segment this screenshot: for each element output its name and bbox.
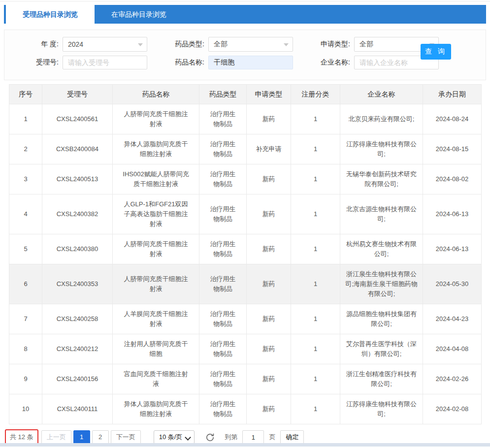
table-row[interactable]: 8CXSL2400212注射用人脐带间充质干细胞治疗用生物制品新药1艾尔普再生医… [9, 334, 482, 364]
table-cell: 1 [291, 264, 340, 304]
table-cell: CXSL2400212 [42, 334, 113, 364]
goto-page-input[interactable] [242, 430, 264, 444]
table-cell: 新药 [247, 104, 291, 134]
table-cell: 6 [9, 264, 42, 304]
table-cell: 治疗用生物制品 [199, 304, 247, 334]
drug-name-input[interactable] [208, 56, 293, 69]
field-year: 年 度: 2024 [26, 37, 150, 52]
drug-type-select[interactable]: 全部 [208, 37, 293, 52]
table-row[interactable]: 4CXSL2400382人GLP-1和FGF21双因子高表达脂肪干细胞注射液治疗… [9, 194, 482, 234]
table-cell: 新药 [247, 304, 291, 334]
table-row[interactable]: 3CXSL2400513IHS002赋能人脐带间充质干细胞注射液治疗用生物制品新… [9, 164, 482, 194]
field-drug-type: 药品类型: 全部 [172, 37, 296, 52]
table-cell: 治疗用生物制品 [199, 104, 247, 134]
table-cell: 4 [9, 194, 42, 234]
table-cell: 艾尔普再生医学科技（深圳）有限公司; [340, 334, 423, 364]
results-table: 序号受理号药品名称药品类型申请类型注册分类企业名称承办日期 1CXSL24005… [9, 84, 482, 424]
page-button-2[interactable]: 2 [92, 430, 109, 444]
page-size-select[interactable]: 10 条/页 [154, 430, 195, 444]
table-cell: 江苏得康生物科技有限公司; [340, 134, 423, 164]
table-cell: 2024-08-02 [423, 164, 482, 194]
table-cell: 2024-02-26 [423, 364, 482, 394]
table-cell: CXSL2400382 [42, 194, 113, 234]
page-button-1[interactable]: 1 [73, 430, 90, 444]
refresh-icon [205, 433, 215, 442]
table-cell: 北京吉源生物科技有限公司; [340, 194, 423, 234]
table-row[interactable]: 5CXSL2400380人脐带间充质干细胞注射液治疗用生物制品新药1杭州易文赛生… [9, 234, 482, 264]
table-cell: 治疗用生物制品 [199, 264, 247, 304]
table-row[interactable]: 10CXSL2400111异体人源脂肪间充质干细胞注射液治疗用生物制品新药1江苏… [9, 394, 482, 424]
table-cell: 人脐带间充质干细胞注射液 [113, 234, 199, 264]
tab-under-review-catalog[interactable]: 在审品种目录浏览 [95, 5, 183, 24]
table-cell: 治疗用生物制品 [199, 134, 247, 164]
prev-page-button[interactable]: 上一页 [41, 430, 71, 444]
table-cell: 1 [291, 394, 340, 424]
column-header: 序号 [9, 85, 42, 104]
table-cell: 1 [291, 304, 340, 334]
table-cell: 治疗用生物制品 [199, 164, 247, 194]
acceptance-no-input[interactable] [63, 56, 147, 69]
chevron-down-icon [138, 43, 143, 46]
table-cell: CXSL2400258 [42, 304, 113, 334]
table-cell: 1 [291, 364, 340, 394]
table-cell: 无锡华泰创新药技术研究院有限公司; [340, 164, 423, 194]
table-cell: 治疗用生物制品 [199, 364, 247, 394]
table-cell: 新药 [247, 234, 291, 264]
table-cell: 1 [291, 194, 340, 234]
table-cell: 2 [9, 134, 42, 164]
table-cell: 新药 [247, 264, 291, 304]
results-table-container: 序号受理号药品名称药品类型申请类型注册分类企业名称承办日期 1CXSL24005… [9, 84, 481, 424]
table-cell: CXSB2400084 [42, 134, 113, 164]
year-label: 年 度: [26, 40, 59, 49]
table-cell: 浙江泉生生物科技有限公司;海南新生泉干细胞药物有限公司; [340, 264, 423, 304]
table-cell: 2024-04-23 [423, 304, 482, 334]
company-name-label: 企业名称: [318, 58, 350, 67]
form-row-1: 年 度: 2024 药品类型: 全部 申请类型: 全部 [4, 37, 486, 52]
column-header: 申请类型 [247, 85, 291, 104]
confirm-button[interactable]: 确定 [280, 430, 304, 444]
table-cell: CXSL2400156 [42, 364, 113, 394]
table-cell: 3 [9, 164, 42, 194]
search-button[interactable]: 查 询 [421, 44, 451, 60]
table-cell: 7 [9, 304, 42, 334]
table-cell: 1 [291, 164, 340, 194]
table-row[interactable]: 6CXSL2400353人脐带间充质干细胞注射液治疗用生物制品新药1浙江泉生生物… [9, 264, 482, 304]
table-row[interactable]: 1CXSL2400561人脐带间充质干细胞注射液治疗用生物制品新药1北京贝来药业… [9, 104, 482, 134]
tab-accepted-catalog[interactable]: 受理品种目录浏览 [6, 5, 95, 24]
page-unit-label: 页 [269, 433, 275, 442]
column-header: 药品类型 [199, 85, 247, 104]
table-cell: 人羊膜间充质干细胞注射液 [113, 304, 199, 334]
main-container: 受理品种目录浏览 在审品种目录浏览 年 度: 2024 药品类型: 全部 申请类… [4, 5, 486, 445]
table-cell: 源品细胞生物科技集团有限公司; [340, 304, 423, 334]
table-cell: 8 [9, 334, 42, 364]
refresh-button[interactable] [205, 433, 215, 442]
total-count: 共 12 条 [10, 433, 33, 441]
next-page-button[interactable]: 下一页 [111, 430, 141, 444]
drug-type-label: 药品类型: [172, 40, 204, 49]
table-row[interactable]: 2CXSB2400084异体人源脂肪间充质干细胞注射液治疗用生物制品补充申请1江… [9, 134, 482, 164]
table-row[interactable]: 7CXSL2400258人羊膜间充质干细胞注射液治疗用生物制品新药1源品细胞生物… [9, 304, 482, 334]
table-cell: IHS002赋能人脐带间充质干细胞注射液 [113, 164, 199, 194]
column-header: 药品名称 [113, 85, 199, 104]
table-row[interactable]: 9CXSL2400156宫血间充质干细胞注射液治疗用生物制品新药1浙江生创精准医… [9, 364, 482, 394]
table-cell: 新药 [247, 334, 291, 364]
year-select-value: 2024 [68, 40, 83, 48]
chevron-down-icon [284, 43, 289, 46]
column-header: 企业名称 [340, 85, 423, 104]
table-cell: 北京贝来药业有限公司; [340, 104, 423, 134]
table-cell: 异体人源脂肪间充质干细胞注射液 [113, 134, 199, 164]
table-cell: 5 [9, 234, 42, 264]
acceptance-no-label: 受理号: [26, 58, 59, 67]
top-divider [0, 1, 490, 1]
year-select[interactable]: 2024 [63, 37, 147, 52]
table-cell: 宫血间充质干细胞注射液 [113, 364, 199, 394]
field-acceptance-no: 受理号: [26, 56, 150, 69]
column-header: 注册分类 [291, 85, 340, 104]
footer-bar [0, 443, 490, 447]
table-cell: 2024-06-13 [423, 234, 482, 264]
field-drug-name: 药品名称: [172, 56, 296, 69]
table-cell: 治疗用生物制品 [199, 334, 247, 364]
table-cell: 人GLP-1和FGF21双因子高表达脂肪干细胞注射液 [113, 194, 199, 234]
table-cell: 补充申请 [247, 134, 291, 164]
tab-bar: 受理品种目录浏览 在审品种目录浏览 [4, 5, 486, 24]
